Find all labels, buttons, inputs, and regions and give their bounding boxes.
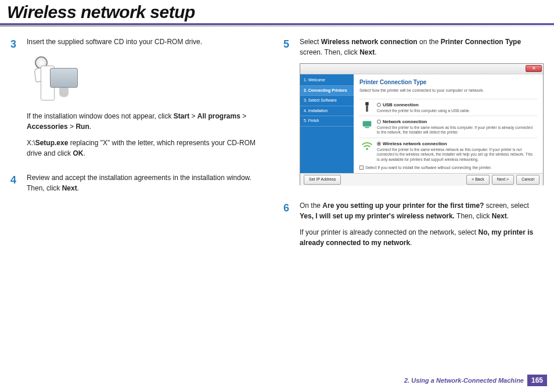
option-wireless[interactable]: Wireless network connection Connect the …: [359, 138, 537, 164]
wifi-icon: [361, 141, 373, 152]
svg-rect-1: [366, 105, 368, 112]
wizard-heading: Printer Connection Type: [359, 78, 537, 87]
wizard-step-welcome[interactable]: 1. Welcome: [300, 75, 354, 86]
step5-text: Select Wireless network connection on th…: [300, 37, 544, 57]
step-number: 6: [283, 200, 294, 254]
wizard-step-finish[interactable]: 5. Finish: [300, 116, 354, 127]
svg-point-4: [366, 148, 368, 150]
step-body: On the Are you setting up your printer f…: [300, 200, 544, 254]
checkbox-icon[interactable]: [359, 166, 364, 170]
cancel-button[interactable]: Cancel: [516, 175, 539, 185]
left-column: 3 Insert the supplied software CD into y…: [10, 37, 269, 262]
step-body: Insert the supplied software CD into you…: [27, 37, 269, 164]
page-number: 165: [527, 375, 547, 386]
set-ip-button[interactable]: Set IP Address: [304, 175, 341, 185]
cdrom-illustration: [27, 53, 79, 105]
step4-text: Review and accept the installation agree…: [27, 172, 269, 193]
page-title: Wireless network setup: [7, 2, 547, 22]
step-5: 5 Select Wireless network connection on …: [283, 37, 544, 192]
page-footer: 2. Using a Network-Connected Machine 165: [404, 375, 547, 386]
step-body: Review and accept the installation agree…: [27, 172, 269, 199]
svg-rect-3: [365, 127, 369, 128]
install-without-connect-check[interactable]: Select if you want to install the softwa…: [359, 165, 492, 171]
step3-intro: Insert the supplied software CD into you…: [27, 37, 269, 47]
step-4: 4 Review and accept the installation agr…: [10, 172, 269, 199]
wizard-step-software[interactable]: 3. Select Software: [300, 96, 354, 106]
wizard-main: Printer Connection Type Select how the p…: [354, 74, 543, 173]
option-usb[interactable]: USB connection Connect the printer to th…: [359, 99, 537, 116]
step3-setup-exe: X:\Setup.exe replacing "X" with the lett…: [27, 138, 269, 159]
page-header: Wireless network setup: [0, 0, 554, 25]
step-number: 4: [10, 172, 21, 199]
step-number: 3: [10, 37, 21, 164]
svg-rect-0: [365, 102, 369, 105]
step-6: 6 On the Are you setting up your printer…: [283, 200, 544, 254]
close-icon[interactable]: ✕: [526, 65, 542, 72]
wizard-dialog: ✕ 1. Welcome 2. Connecting Printers 3. S…: [300, 63, 544, 185]
wizard-sidebar: 1. Welcome 2. Connecting Printers 3. Sel…: [300, 74, 354, 173]
back-button[interactable]: < Back: [466, 175, 490, 185]
wizard-subheading: Select how the printer will be connected…: [359, 88, 537, 94]
chapter-label: 2. Using a Network-Connected Machine: [404, 377, 524, 384]
svg-rect-2: [363, 121, 372, 126]
step6-p2: If your printer is already connected on …: [300, 227, 544, 248]
next-button[interactable]: Next >: [492, 175, 514, 185]
step-3: 3 Insert the supplied software CD into y…: [10, 37, 269, 164]
wizard-body: 1. Welcome 2. Connecting Printers 3. Sel…: [300, 74, 543, 173]
radio-usb[interactable]: [377, 103, 381, 107]
radio-network[interactable]: [377, 120, 381, 124]
monitor-stand-icon: [59, 88, 69, 97]
usb-icon: [361, 102, 373, 113]
monitor-icon: [50, 68, 78, 88]
network-icon: [361, 118, 373, 130]
wizard-step-connecting[interactable]: 2. Connecting Printers: [300, 86, 354, 96]
radio-wireless[interactable]: [377, 142, 381, 146]
right-column: 5 Select Wireless network connection on …: [283, 37, 544, 262]
wizard-step-installation[interactable]: 4. Installation: [300, 106, 354, 117]
content-columns: 3 Insert the supplied software CD into y…: [0, 25, 554, 262]
step-body: Select Wireless network connection on th…: [300, 37, 544, 192]
option-network[interactable]: Network connection Connect the printer t…: [359, 116, 537, 138]
wizard-titlebar: ✕: [300, 64, 543, 74]
step3-run-path: If the installation window does not appe…: [27, 111, 269, 132]
wizard-footer: Set IP Address < Back Next > Cancel: [300, 173, 543, 186]
step-number: 5: [283, 37, 294, 192]
step6-p1: On the Are you setting up your printer f…: [300, 200, 544, 221]
